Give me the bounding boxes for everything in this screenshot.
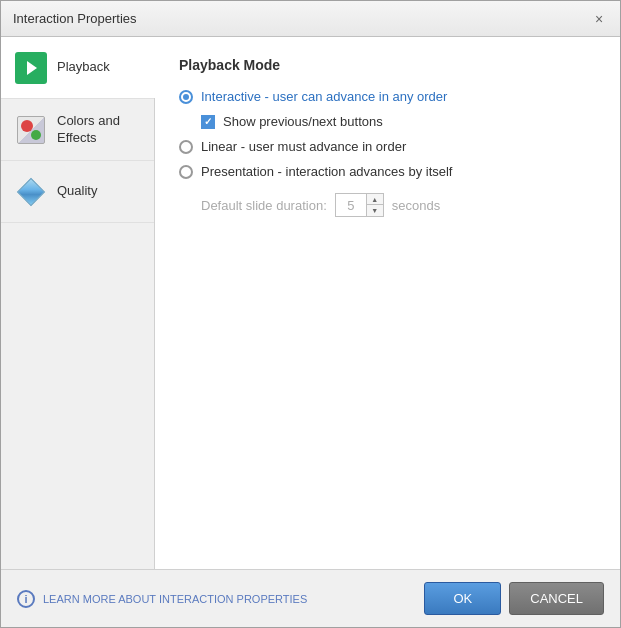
footer-info-link[interactable]: i LEARN MORE ABOUT INTERACTION PROPERTIE… xyxy=(17,590,307,608)
duration-seconds-label: seconds xyxy=(392,198,440,213)
dialog-footer: i LEARN MORE ABOUT INTERACTION PROPERTIE… xyxy=(1,569,620,627)
cancel-button[interactable]: CANCEL xyxy=(509,582,604,615)
main-content: Playback Mode Interactive - user can adv… xyxy=(155,37,620,569)
interaction-properties-dialog: Interaction Properties × Playback Colors… xyxy=(0,0,621,628)
checkbox-show-buttons-label: Show previous/next buttons xyxy=(223,114,383,129)
playback-icon xyxy=(15,52,47,84)
duration-input[interactable] xyxy=(336,194,366,216)
radio-linear[interactable] xyxy=(179,140,193,154)
info-icon: i xyxy=(17,590,35,608)
radio-item-linear[interactable]: Linear - user must advance in order xyxy=(179,139,596,154)
sidebar-item-colors-label: Colors and Effects xyxy=(57,113,140,147)
sidebar-item-playback[interactable]: Playback xyxy=(1,37,154,99)
quality-icon xyxy=(15,176,47,208)
checkbox-show-buttons[interactable] xyxy=(201,115,215,129)
playback-mode-options: Interactive - user can advance in any or… xyxy=(179,89,596,217)
duration-row: Default slide duration: ▲ ▼ seconds xyxy=(201,193,596,217)
ok-button[interactable]: OK xyxy=(424,582,501,615)
duration-down-button[interactable]: ▼ xyxy=(367,205,383,216)
duration-label: Default slide duration: xyxy=(201,198,327,213)
title-bar: Interaction Properties × xyxy=(1,1,620,37)
dialog-title: Interaction Properties xyxy=(13,11,137,26)
radio-interactive-label: Interactive - user can advance in any or… xyxy=(201,89,447,104)
duration-input-wrapper: ▲ ▼ xyxy=(335,193,384,217)
sidebar-item-quality-label: Quality xyxy=(57,183,97,200)
sidebar: Playback Colors and Effects Quality xyxy=(1,37,155,569)
footer-buttons: OK CANCEL xyxy=(424,582,604,615)
radio-item-interactive[interactable]: Interactive - user can advance in any or… xyxy=(179,89,596,104)
dialog-body: Playback Colors and Effects Quality Play… xyxy=(1,37,620,569)
section-title: Playback Mode xyxy=(179,57,596,73)
duration-up-button[interactable]: ▲ xyxy=(367,194,383,205)
checkbox-show-buttons-row[interactable]: Show previous/next buttons xyxy=(201,114,596,129)
sidebar-item-quality[interactable]: Quality xyxy=(1,161,154,223)
radio-presentation[interactable] xyxy=(179,165,193,179)
sidebar-item-playback-label: Playback xyxy=(57,59,110,76)
duration-arrows: ▲ ▼ xyxy=(366,194,383,216)
sidebar-item-colors-effects[interactable]: Colors and Effects xyxy=(1,99,154,161)
radio-item-presentation[interactable]: Presentation - interaction advances by i… xyxy=(179,164,596,179)
close-button[interactable]: × xyxy=(590,10,608,28)
footer-info-text: LEARN MORE ABOUT INTERACTION PROPERTIES xyxy=(43,593,307,605)
radio-linear-label: Linear - user must advance in order xyxy=(201,139,406,154)
colors-effects-icon xyxy=(15,114,47,146)
radio-presentation-label: Presentation - interaction advances by i… xyxy=(201,164,452,179)
radio-interactive[interactable] xyxy=(179,90,193,104)
